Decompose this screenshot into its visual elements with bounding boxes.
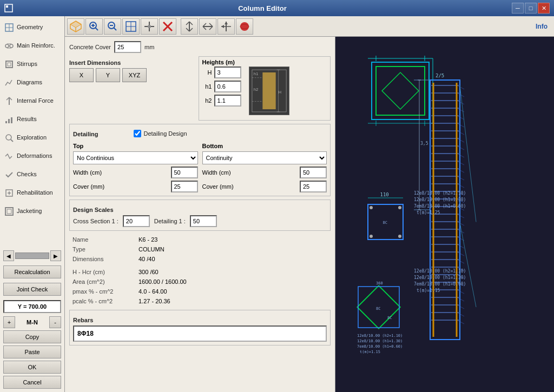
y-button[interactable]: Y <box>96 68 120 82</box>
sidebar-item-exploration[interactable]: Exploration <box>0 129 64 147</box>
sidebar-prev-button[interactable]: ◀ <box>3 250 14 261</box>
copy-button[interactable]: Copy <box>3 330 61 343</box>
top-width-label: Width (cm) <box>73 169 169 176</box>
info-row-label: Type <box>70 245 135 254</box>
svg-point-6 <box>10 44 13 48</box>
sidebar-item-main-reinforcement[interactable]: Main Reinforc. <box>0 37 64 55</box>
arrows3-button[interactable] <box>217 18 235 35</box>
zoom-in-button[interactable] <box>85 18 103 35</box>
heights-label: Heights (m) <box>202 59 235 65</box>
deformations-icon <box>4 151 15 162</box>
xyz-button[interactable]: XYZ <box>122 68 147 82</box>
detailing-scale-input[interactable] <box>190 215 217 227</box>
maximize-button[interactable]: □ <box>525 3 537 14</box>
svg-marker-53 <box>221 25 224 28</box>
concrete-cover-input[interactable] <box>114 41 141 53</box>
top-cover-input[interactable] <box>171 181 198 192</box>
h-input[interactable] <box>214 67 241 78</box>
sidebar-item-jacketing[interactable]: Jacketing <box>0 202 64 221</box>
bottom-detailing-col: Bottom Continuity Width (cm) Cover (mm) <box>202 143 327 192</box>
sidebar-item-diagrams[interactable]: Diagrams <box>0 74 64 92</box>
mn-plus-button[interactable]: - <box>49 316 61 328</box>
bottom-cover-input[interactable] <box>300 181 327 192</box>
cross-section-input[interactable] <box>123 215 150 227</box>
sidebar-label-checks: Checks <box>17 171 37 178</box>
svg-marker-25 <box>70 21 81 28</box>
ok-button[interactable]: OK <box>3 361 61 374</box>
mn-minus-button[interactable]: + <box>3 316 15 328</box>
info-table-row: pmax % - cm^24.0 - 64.00 <box>70 287 329 296</box>
minimize-button[interactable]: ─ <box>512 3 524 14</box>
info-row-label: Name <box>70 235 135 244</box>
h2-input[interactable] <box>214 95 241 107</box>
sidebar-label-rehabilitation: Rehabilitation <box>17 189 53 196</box>
sidebar-item-results[interactable]: Results <box>0 110 64 129</box>
pan-button[interactable] <box>141 18 158 35</box>
info-row-value: COLUMN <box>136 245 329 254</box>
info-row-value: K6 - 23 <box>136 235 329 244</box>
mn-label: M-N <box>17 319 48 325</box>
svg-rect-10 <box>8 63 11 66</box>
window-title: Column Editor <box>13 4 512 12</box>
detailing-design-checkbox[interactable] <box>134 130 141 137</box>
toolbar: Info <box>65 16 554 37</box>
svg-rect-23 <box>7 209 11 214</box>
top-cover-label: Cover (mm) <box>73 183 169 190</box>
sidebar-label-deformations: Deformations <box>17 152 52 160</box>
h1-input[interactable] <box>214 81 241 92</box>
top-width-input[interactable] <box>171 167 198 178</box>
delete-button[interactable] <box>159 18 176 35</box>
bottom-label: Bottom <box>202 143 327 149</box>
sphere-button[interactable] <box>236 18 253 35</box>
detailing-header: Detailing Detailing Design <box>73 128 327 139</box>
sidebar-navigation: ◀ ▶ <box>0 248 64 263</box>
cancel-button[interactable]: Cancel <box>3 376 61 389</box>
bottom-detailing-select[interactable]: Continuity <box>202 151 327 164</box>
sidebar-item-stirrups[interactable]: Stirrups <box>0 55 64 74</box>
top-detailing-col: Top No Continious Width (cm) Cover (mm) <box>73 143 198 192</box>
diagrams-icon <box>4 77 15 88</box>
3d-view-button[interactable] <box>67 18 84 35</box>
sidebar-label-diagrams: Diagrams <box>17 79 42 86</box>
bottom-width-input[interactable] <box>300 167 327 178</box>
sidebar-label-main-reinforcement: Main Reinforc. <box>17 42 55 49</box>
sidebar-item-rehabilitation[interactable]: Rehabilitation <box>0 184 64 202</box>
info-label[interactable]: Info <box>531 23 552 30</box>
joint-check-button[interactable]: Joint Check <box>3 283 61 296</box>
recalculation-button[interactable]: Recalculation <box>3 265 61 278</box>
rehabilitation-icon <box>4 188 15 198</box>
sidebar-item-internal-force[interactable]: Internal Force <box>0 92 64 110</box>
zoom-out-button[interactable] <box>104 18 121 35</box>
svg-rect-14 <box>5 121 7 123</box>
zoom-fit-button[interactable] <box>122 18 140 35</box>
app-icon <box>4 4 13 12</box>
svg-text:h2: h2 <box>253 87 258 92</box>
top-label: Top <box>73 143 198 149</box>
rebars-input[interactable] <box>73 325 327 342</box>
svg-point-54 <box>240 22 249 31</box>
info-table-row: NameK6 - 23 <box>70 235 329 244</box>
svg-rect-16 <box>11 117 12 123</box>
rebars-title: Rebars <box>73 317 327 323</box>
form-panel: Concrete Cover mm Insert Dimensions X Y … <box>65 37 335 392</box>
paste-button[interactable]: Paste <box>3 346 61 358</box>
sidebar-item-geometry[interactable]: Geometry <box>0 18 64 37</box>
sidebar-next-button[interactable]: ▶ <box>50 250 61 261</box>
svg-rect-15 <box>8 119 10 123</box>
info-row-value: 40 /40 <box>136 255 329 263</box>
close-button[interactable]: ✕ <box>538 3 550 14</box>
concrete-cover-label: Concrete Cover <box>69 44 111 50</box>
cross-section-label: Cross Section 1 : <box>73 218 118 224</box>
sidebar-item-deformations[interactable]: Deformations <box>0 147 64 165</box>
arrows2-button[interactable] <box>199 18 216 35</box>
checks-icon <box>4 169 15 180</box>
design-scales-section: Design Scales Cross Section 1 : Detailin… <box>69 200 331 231</box>
x-button[interactable]: X <box>69 68 94 82</box>
info-table: NameK6 - 23TypeCOLUMNDimensions40 /40H -… <box>69 234 331 307</box>
sidebar-item-checks[interactable]: Checks <box>0 165 64 184</box>
top-detailing-select[interactable]: No Continious <box>73 151 198 164</box>
h2-row: h2 <box>202 95 241 107</box>
arrows1-button[interactable] <box>181 18 198 35</box>
info-table-row: H - Hcr (cm)300 /60 <box>70 268 329 276</box>
info-table-row: Dimensions40 /40 <box>70 255 329 263</box>
